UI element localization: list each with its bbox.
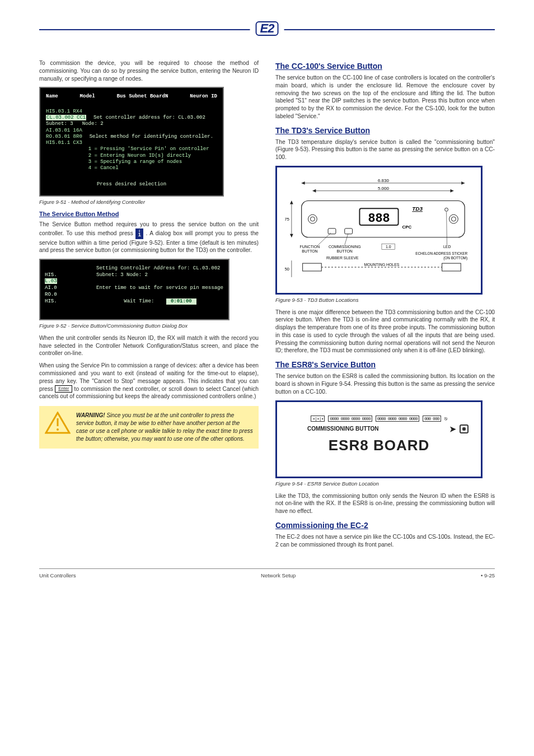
footer-left: Unit Controllers [39,572,76,578]
func-button-label: FUNCTION [300,245,320,249]
svg-marker-7 [312,189,316,193]
esr-board-title: ESR8 BOARD [285,437,473,454]
esr-button-icon [460,424,469,433]
svg-text:BUTTON: BUTTON [337,249,353,253]
col-neuron: Neuron ID [190,94,217,100]
term2-line1: Setting Controller Address for: CL.03.00… [96,265,224,272]
term-row: AI.03.01 16A [46,128,82,133]
wait-value: 0:01:00 [166,298,196,305]
svg-rect-23 [442,263,461,271]
figure-9-52-terminal: HIS. L.03 AI.0 RO.0 HIS. Setting Control… [39,259,229,320]
figure-9-54-caption: Figure 9-54 - ESR8 Service Button Locati… [275,480,495,487]
arrow-right-icon: ➤ [449,424,456,433]
col-model: Model [80,94,95,100]
footer-center: Network Setup [261,572,296,578]
esr-connector-icon: •|•|• [311,416,325,422]
figure-9-51-caption: Figure 9-51 - Method of Identifying Cont… [39,199,259,205]
mounting-holes-label: MOUNTING HOLES [364,263,399,267]
enter-key-icon: Enter [55,385,72,393]
term-row: HIS.03.1 RX4 [46,109,82,114]
esr-connector-icon: 000 000 [423,416,441,422]
subhead-td3: The TD3's Service Button [275,126,495,135]
dim-btn: 1.0 [386,245,391,249]
warning-icon [45,412,71,434]
footer-right: • 9-25 [481,572,495,578]
display-888: 888 [368,212,390,226]
dim-w1: 6.830 [378,178,389,183]
subhead-ec2: Commissioning the EC-2 [275,521,495,530]
led-label: LED [443,245,451,249]
term-box2: Select method for identifying controller… [88,133,214,141]
dim-h: 1.375 [285,217,290,222]
option-1: 1 = Pressing 'Service Pin' on controller [88,146,209,152]
side-row: AI.0 [45,285,57,291]
esr-plug-icon: ⎋ [444,416,447,422]
body-esr8-detail: Like the TD3, the commissioning button o… [275,492,495,515]
side-row: HIS. [45,272,57,278]
term-prompt: Press desired selection [45,178,218,188]
sticker-label: ECHELON ADDRESS STICKER [415,251,467,255]
svg-marker-11 [290,234,293,237]
figure-9-52-caption: Figure 9-52 - Service Button/Commissioni… [39,323,259,329]
subhead-esr8: The ESR8's Service Button [275,360,495,369]
subhead-service-button-method: The Service Button Method [39,211,259,217]
body-after-fig52: When the unit controller sends its Neuro… [39,334,259,357]
figure-9-53-diagram: 6.830 5.000 1.375 888 [275,166,483,295]
key-1-icon: 1 [135,228,143,239]
svg-text:BUTTON: BUTTON [302,249,317,253]
svg-marker-10 [290,200,293,204]
side-row: RO.0 [45,292,57,297]
term2-line3: Enter time to wait for service pin messa… [96,285,224,292]
esr-connector-icon: 0000 0000 0000 0000 [376,416,419,422]
svg-marker-4 [302,181,305,185]
body-service-method: The Service Button method requires you t… [39,221,259,254]
header-rule: E2 [39,22,495,39]
body-td3-intro: The TD3 temperature display's service bu… [275,138,495,161]
intro-text: To commission the device, you will be re… [39,59,259,82]
option-3: 3 = Specifying a range of nodes [88,159,182,165]
rubber-sleeve-label: RUBBER SLEEVE [326,256,359,260]
dim-bh: .750 [285,267,290,272]
td3-brand: TD3 [412,206,423,212]
col-name: Name [46,94,58,100]
subhead-cc100: The CC-100's Service Button [275,62,495,71]
esr-comm-label: COMMISSIONING BUTTON [307,426,379,432]
svg-text:(ON BOTTOM): (ON BOTTOM) [443,256,467,260]
svg-marker-5 [461,181,465,185]
body-service-pin-range: When using the Service Pin to commission… [39,362,259,400]
warning-label: WARNING! [76,412,105,418]
dim-w2: 5.000 [378,186,389,191]
term-row: RO.03.01 8R0 [46,134,82,139]
svg-point-2 [57,428,59,431]
option-4: 4 = Cancel [88,165,119,171]
side-row-hl: L.03 [45,278,57,284]
svg-rect-22 [303,263,322,271]
td3-cpc: CPC [402,225,412,230]
col-bus: Bus Subnet BoardN [117,94,168,100]
figure-9-54-diagram: •|•|• 0000 0000 0000 0000 0000 0000 0000… [275,400,483,478]
option-2: 2 = Entering Neuron ID(s) directly [88,153,191,158]
figure-9-51-terminal: Name Model Bus Subnet BoardN Neuron ID H… [39,87,224,197]
esr-connector-icon: 0000 0000 0000 0000 [328,416,372,422]
body-ec2: The EC-2 does not have a service pin lik… [275,533,495,549]
page-footer: Unit Controllers Network Setup • 9-25 [39,568,495,578]
body-td3-detail: There is one major difference between th… [275,309,495,355]
comm-button-label: COMMISSIONING [329,245,361,249]
term2-line2: Subnet: 3 Node: 2 [96,272,224,279]
figure-9-53-caption: Figure 9-53 - TD3 Button Locations [275,297,495,303]
term-row: HIS.01.1 CX3 [46,140,82,146]
side-row: HIS. [45,298,57,304]
body-esr8-intro: The service button on the ESR8 is called… [275,372,495,395]
body-cc100: The service button on the CC-100 line of… [275,74,495,120]
svg-marker-8 [450,189,453,193]
brand-logo: E2 [256,21,279,36]
warning-box: WARNING! Since you must be at the unit c… [39,406,259,449]
wait-label: Wait Time: [124,298,154,304]
